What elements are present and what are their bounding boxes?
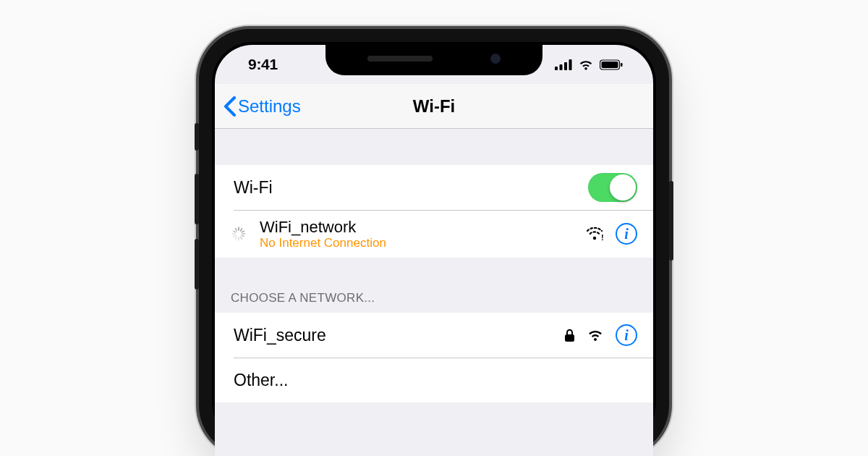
switch-knob <box>610 174 636 200</box>
network-name: WiFi_secure <box>234 326 557 345</box>
battery-icon <box>600 59 623 70</box>
svg-rect-5 <box>602 62 618 68</box>
wifi-toggle-label: Wi-Fi <box>234 178 588 198</box>
info-button[interactable]: i <box>616 223 637 245</box>
svg-rect-21 <box>565 334 574 342</box>
svg-line-8 <box>241 229 242 231</box>
wifi-strength-icon <box>587 329 604 342</box>
group-spacer <box>215 129 653 165</box>
svg-line-17 <box>234 231 236 232</box>
chevron-left-icon <box>224 96 237 117</box>
other-label: Other... <box>234 371 637 390</box>
volume-down-button <box>195 239 199 290</box>
svg-line-15 <box>234 235 236 236</box>
other-network-row[interactable]: Other... <box>215 358 653 402</box>
connected-network-name: WiFi_network <box>260 218 578 236</box>
wifi-warning-icon: ! <box>585 227 604 241</box>
network-row[interactable]: WiFi_secure i <box>215 313 653 358</box>
status-time: 9:41 <box>241 56 278 73</box>
notch <box>326 42 542 75</box>
connected-network-row[interactable]: WiFi_network No Internet Connection ! i <box>215 210 653 258</box>
power-button <box>669 181 673 261</box>
back-label: Settings <box>238 96 301 117</box>
wifi-icon <box>578 59 594 70</box>
svg-text:!: ! <box>601 233 604 241</box>
volume-up-button <box>195 174 199 224</box>
spinner-icon <box>231 226 247 242</box>
speaker-grille <box>367 56 433 62</box>
svg-line-14 <box>236 237 237 239</box>
iphone-device-frame: 9:41 <box>199 29 669 456</box>
svg-line-11 <box>242 235 244 236</box>
svg-rect-6 <box>621 63 623 67</box>
svg-point-19 <box>593 237 596 240</box>
info-glyph: i <box>624 327 629 344</box>
wifi-toggle-row[interactable]: Wi-Fi <box>215 165 653 210</box>
svg-line-18 <box>236 229 237 231</box>
svg-rect-0 <box>555 67 558 70</box>
status-indicators <box>555 59 627 70</box>
available-networks-group: WiFi_secure i <box>215 313 653 402</box>
svg-line-12 <box>241 237 242 239</box>
choose-network-header: CHOOSE A NETWORK... <box>215 291 653 313</box>
svg-line-9 <box>242 231 244 232</box>
lock-icon <box>564 329 575 342</box>
screen: 9:41 <box>215 45 653 456</box>
cellular-icon <box>555 59 572 70</box>
group-spacer <box>215 258 653 291</box>
wifi-switch-on[interactable] <box>588 173 637 202</box>
nav-bar: Settings Wi-Fi <box>215 84 653 129</box>
svg-rect-1 <box>560 64 563 70</box>
connected-network-status: No Internet Connection <box>260 236 578 250</box>
info-button[interactable]: i <box>616 324 637 346</box>
info-glyph: i <box>624 226 629 242</box>
back-button[interactable]: Settings <box>215 96 301 117</box>
front-camera <box>490 54 501 64</box>
svg-rect-3 <box>569 59 572 70</box>
wifi-toggle-group: Wi-Fi <box>215 165 653 258</box>
silence-switch <box>195 123 199 151</box>
svg-rect-2 <box>564 62 567 70</box>
